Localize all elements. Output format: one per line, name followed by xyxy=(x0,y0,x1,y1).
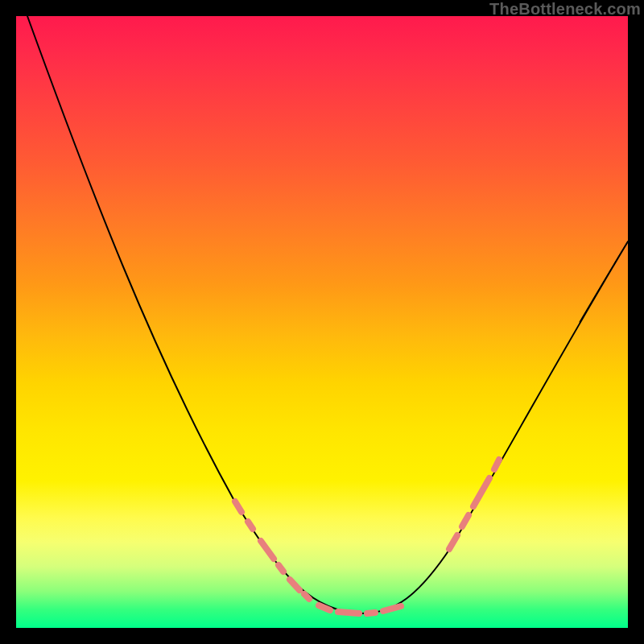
dash-bottom-3 xyxy=(383,606,401,611)
dash-left-5 xyxy=(304,594,309,599)
curve-svg xyxy=(16,16,628,628)
dash-right-1 xyxy=(462,515,469,526)
dash-right-3 xyxy=(494,460,499,469)
dash-left-4 xyxy=(290,580,299,590)
dash-left-1 xyxy=(248,522,253,529)
chart-frame xyxy=(16,16,628,628)
dash-left-0 xyxy=(235,502,242,512)
watermark-text: TheBottleneck.com xyxy=(489,0,641,19)
dash-bottom-2 xyxy=(367,613,375,613)
bottleneck-curve xyxy=(27,16,628,613)
dash-right-0 xyxy=(449,535,457,549)
highlight-dashes xyxy=(235,460,499,613)
dash-bottom-1 xyxy=(338,612,359,613)
bottleneck-curve-tail xyxy=(580,242,628,322)
dash-right-2 xyxy=(473,478,489,506)
dash-left-3 xyxy=(279,565,283,572)
dash-left-2 xyxy=(261,541,274,559)
dash-bottom-0 xyxy=(319,605,330,610)
